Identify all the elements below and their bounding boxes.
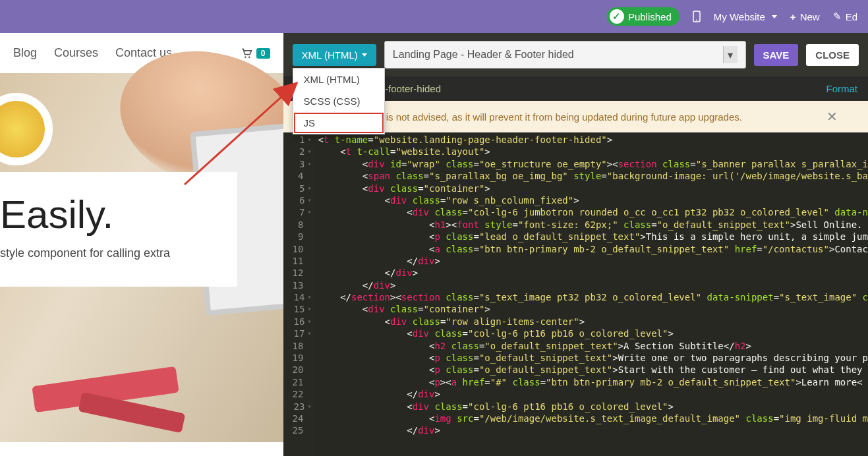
svg-point-3 [248,56,250,58]
published-label: Published [628,11,672,22]
nav-link-courses[interactable]: Courses [54,46,98,60]
template-select[interactable]: Landing Page - Header & Footer hided ▾ [384,41,746,69]
pencil-icon: ✎ [833,11,842,22]
hero-title: Easily. [0,192,224,237]
mobile-preview-button[interactable] [693,11,701,22]
svg-point-1 [696,20,697,21]
svg-point-2 [245,56,246,58]
hero-overlay: Easily. style component for calling extr… [0,172,237,287]
nav-link-blog[interactable]: Blog [13,46,37,60]
dropdown-option-scss[interactable]: SCSS (CSS) [293,90,384,112]
plus-icon: + [790,11,796,22]
cart-icon [239,47,254,60]
chevron-down-icon: ▾ [723,46,738,63]
decorative-image [0,93,53,165]
hero-section: Easily. style component for calling extr… [0,73,283,442]
dropdown-option-xml[interactable]: XML (HTML) [293,69,384,90]
top-bar: ✓ Published My Website + New ✎ Ed [0,0,868,33]
mobile-icon [693,11,701,22]
format-link[interactable]: Format [826,83,857,94]
close-icon[interactable]: ✕ [823,109,842,125]
line-gutter: 1▾2▾3▾45▾6▾7▾891011121314▾15▾16▾17▾18192… [283,132,318,456]
code-editor-panel: XML (HTML) Landing Page - Header & Foote… [283,33,868,456]
language-dropdown-menu: XML (HTML) SCSS (CSS) JS [293,68,385,134]
close-button[interactable]: CLOSE [806,44,859,66]
hero-subtitle: style component for calling extra [0,246,224,260]
edit-button[interactable]: ✎ Ed [833,11,857,22]
cart-count: 0 [256,48,270,59]
new-button[interactable]: + New [790,11,820,22]
code-content[interactable]: <t t-name="website.landing-page-header-f… [318,132,868,456]
publish-toggle[interactable]: ✓ Published [607,7,680,26]
save-button[interactable]: SAVE [754,44,799,66]
website-switcher[interactable]: My Website [714,11,777,22]
cart-button[interactable]: 0 [239,47,270,60]
language-dropdown-button[interactable]: XML (HTML) [293,44,376,66]
code-editor[interactable]: 1▾2▾3▾45▾6▾7▾891011121314▾15▾16▾17▾18192… [283,132,868,456]
website-preview: Blog Courses Contact us 0 Easily. style … [0,33,283,456]
dropdown-option-js[interactable]: JS [293,112,384,134]
check-icon: ✓ [610,9,624,24]
